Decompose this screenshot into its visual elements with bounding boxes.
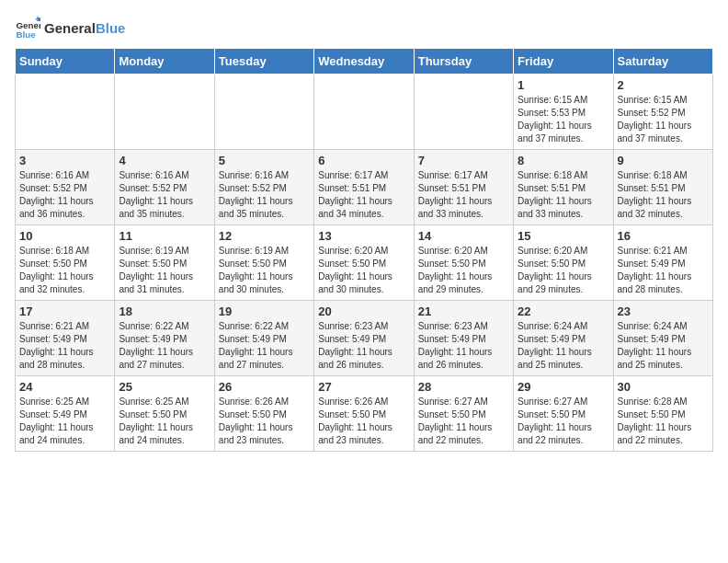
svg-text:Blue: Blue — [16, 29, 36, 40]
calendar-cell: 10Sunrise: 6:18 AM Sunset: 5:50 PM Dayli… — [16, 225, 115, 301]
day-info: Sunrise: 6:15 AM Sunset: 5:52 PM Dayligh… — [618, 94, 709, 145]
calendar-week-row: 10Sunrise: 6:18 AM Sunset: 5:50 PM Dayli… — [16, 225, 713, 301]
day-number: 17 — [19, 304, 110, 318]
day-number: 24 — [19, 380, 110, 394]
day-info: Sunrise: 6:24 AM Sunset: 5:49 PM Dayligh… — [618, 320, 709, 372]
day-number: 5 — [219, 154, 310, 167]
day-number: 16 — [618, 229, 709, 243]
logo-icon: General Blue — [15, 15, 40, 40]
day-number: 2 — [618, 78, 709, 92]
calendar-cell — [414, 75, 513, 150]
day-number: 28 — [418, 380, 509, 394]
calendar-cell: 7Sunrise: 6:17 AM Sunset: 5:51 PM Daylig… — [414, 150, 513, 225]
calendar-cell: 2Sunrise: 6:15 AM Sunset: 5:52 PM Daylig… — [613, 75, 712, 150]
day-number: 20 — [318, 304, 409, 318]
calendar-cell: 20Sunrise: 6:23 AM Sunset: 5:49 PM Dayli… — [314, 301, 414, 376]
day-info: Sunrise: 6:17 AM Sunset: 5:51 PM Dayligh… — [418, 169, 509, 221]
day-info: Sunrise: 6:25 AM Sunset: 5:50 PM Dayligh… — [119, 396, 210, 447]
day-info: Sunrise: 6:23 AM Sunset: 5:49 PM Dayligh… — [418, 320, 509, 372]
calendar-header-wednesday: Wednesday — [314, 49, 414, 75]
calendar-cell: 4Sunrise: 6:16 AM Sunset: 5:52 PM Daylig… — [115, 150, 214, 225]
calendar-body: 1Sunrise: 6:15 AM Sunset: 5:53 PM Daylig… — [16, 75, 713, 452]
day-number: 3 — [19, 154, 110, 167]
day-info: Sunrise: 6:16 AM Sunset: 5:52 PM Dayligh… — [219, 169, 310, 221]
calendar-week-row: 1Sunrise: 6:15 AM Sunset: 5:53 PM Daylig… — [16, 75, 713, 150]
day-info: Sunrise: 6:19 AM Sunset: 5:50 PM Dayligh… — [119, 245, 210, 296]
day-info: Sunrise: 6:16 AM Sunset: 5:52 PM Dayligh… — [119, 169, 210, 221]
calendar-week-row: 17Sunrise: 6:21 AM Sunset: 5:49 PM Dayli… — [16, 301, 713, 376]
day-info: Sunrise: 6:26 AM Sunset: 5:50 PM Dayligh… — [318, 396, 409, 447]
calendar-cell: 28Sunrise: 6:27 AM Sunset: 5:50 PM Dayli… — [414, 376, 513, 452]
logo-text: GeneralBlue — [44, 20, 125, 36]
calendar-week-row: 3Sunrise: 6:16 AM Sunset: 5:52 PM Daylig… — [16, 150, 713, 225]
day-number: 12 — [219, 229, 310, 243]
day-info: Sunrise: 6:20 AM Sunset: 5:50 PM Dayligh… — [318, 245, 409, 296]
day-info: Sunrise: 6:24 AM Sunset: 5:49 PM Dayligh… — [518, 320, 609, 372]
calendar-cell — [16, 75, 115, 150]
day-number: 29 — [518, 380, 609, 394]
day-number: 18 — [119, 304, 210, 318]
calendar-cell — [214, 75, 313, 150]
day-number: 19 — [219, 304, 310, 318]
day-number: 6 — [318, 154, 409, 167]
calendar-header-tuesday: Tuesday — [214, 49, 313, 75]
day-number: 9 — [618, 154, 709, 167]
day-number: 30 — [618, 380, 709, 394]
day-info: Sunrise: 6:16 AM Sunset: 5:52 PM Dayligh… — [19, 169, 110, 221]
day-info: Sunrise: 6:27 AM Sunset: 5:50 PM Dayligh… — [418, 396, 509, 447]
calendar-cell: 23Sunrise: 6:24 AM Sunset: 5:49 PM Dayli… — [613, 301, 712, 376]
day-info: Sunrise: 6:28 AM Sunset: 5:50 PM Dayligh… — [618, 396, 709, 447]
day-info: Sunrise: 6:18 AM Sunset: 5:51 PM Dayligh… — [518, 169, 609, 221]
day-info: Sunrise: 6:19 AM Sunset: 5:50 PM Dayligh… — [219, 245, 310, 296]
day-number: 7 — [418, 154, 509, 167]
day-info: Sunrise: 6:21 AM Sunset: 5:49 PM Dayligh… — [19, 320, 110, 372]
calendar-cell: 26Sunrise: 6:26 AM Sunset: 5:50 PM Dayli… — [214, 376, 313, 452]
day-info: Sunrise: 6:23 AM Sunset: 5:49 PM Dayligh… — [318, 320, 409, 372]
day-info: Sunrise: 6:21 AM Sunset: 5:49 PM Dayligh… — [618, 245, 709, 296]
day-number: 10 — [19, 229, 110, 243]
day-info: Sunrise: 6:15 AM Sunset: 5:53 PM Dayligh… — [518, 94, 609, 145]
day-number: 11 — [119, 229, 210, 243]
calendar-header-sunday: Sunday — [16, 49, 115, 75]
calendar-cell: 9Sunrise: 6:18 AM Sunset: 5:51 PM Daylig… — [613, 150, 712, 225]
day-number: 22 — [518, 304, 609, 318]
calendar-cell: 8Sunrise: 6:18 AM Sunset: 5:51 PM Daylig… — [514, 150, 613, 225]
day-number: 4 — [119, 154, 210, 167]
day-info: Sunrise: 6:20 AM Sunset: 5:50 PM Dayligh… — [418, 245, 509, 296]
day-info: Sunrise: 6:22 AM Sunset: 5:49 PM Dayligh… — [119, 320, 210, 372]
calendar-header-thursday: Thursday — [414, 49, 513, 75]
logo: General Blue GeneralBlue — [15, 15, 125, 40]
page-header: General Blue GeneralBlue — [15, 15, 713, 40]
day-number: 27 — [318, 380, 409, 394]
day-info: Sunrise: 6:22 AM Sunset: 5:49 PM Dayligh… — [219, 320, 310, 372]
day-number: 15 — [518, 229, 609, 243]
day-info: Sunrise: 6:25 AM Sunset: 5:49 PM Dayligh… — [19, 396, 110, 447]
calendar-cell: 17Sunrise: 6:21 AM Sunset: 5:49 PM Dayli… — [16, 301, 115, 376]
day-info: Sunrise: 6:18 AM Sunset: 5:50 PM Dayligh… — [19, 245, 110, 296]
day-number: 26 — [219, 380, 310, 394]
day-info: Sunrise: 6:26 AM Sunset: 5:50 PM Dayligh… — [219, 396, 310, 447]
calendar-cell: 14Sunrise: 6:20 AM Sunset: 5:50 PM Dayli… — [414, 225, 513, 301]
day-number: 23 — [618, 304, 709, 318]
calendar-cell: 25Sunrise: 6:25 AM Sunset: 5:50 PM Dayli… — [115, 376, 214, 452]
calendar-cell: 18Sunrise: 6:22 AM Sunset: 5:49 PM Dayli… — [115, 301, 214, 376]
calendar-header-friday: Friday — [514, 49, 613, 75]
day-info: Sunrise: 6:17 AM Sunset: 5:51 PM Dayligh… — [318, 169, 409, 221]
calendar-cell: 16Sunrise: 6:21 AM Sunset: 5:49 PM Dayli… — [613, 225, 712, 301]
day-number: 1 — [518, 78, 609, 92]
day-info: Sunrise: 6:27 AM Sunset: 5:50 PM Dayligh… — [518, 396, 609, 447]
day-number: 8 — [518, 154, 609, 167]
day-info: Sunrise: 6:18 AM Sunset: 5:51 PM Dayligh… — [618, 169, 709, 221]
calendar-header-monday: Monday — [115, 49, 214, 75]
calendar-cell: 24Sunrise: 6:25 AM Sunset: 5:49 PM Dayli… — [16, 376, 115, 452]
calendar-cell: 21Sunrise: 6:23 AM Sunset: 5:49 PM Dayli… — [414, 301, 513, 376]
calendar-cell: 15Sunrise: 6:20 AM Sunset: 5:50 PM Dayli… — [514, 225, 613, 301]
calendar-header-saturday: Saturday — [613, 49, 712, 75]
calendar-cell: 13Sunrise: 6:20 AM Sunset: 5:50 PM Dayli… — [314, 225, 414, 301]
calendar-cell: 5Sunrise: 6:16 AM Sunset: 5:52 PM Daylig… — [214, 150, 313, 225]
day-number: 13 — [318, 229, 409, 243]
calendar-cell: 11Sunrise: 6:19 AM Sunset: 5:50 PM Dayli… — [115, 225, 214, 301]
calendar-cell: 30Sunrise: 6:28 AM Sunset: 5:50 PM Dayli… — [613, 376, 712, 452]
calendar-cell: 1Sunrise: 6:15 AM Sunset: 5:53 PM Daylig… — [514, 75, 613, 150]
calendar-cell: 6Sunrise: 6:17 AM Sunset: 5:51 PM Daylig… — [314, 150, 414, 225]
